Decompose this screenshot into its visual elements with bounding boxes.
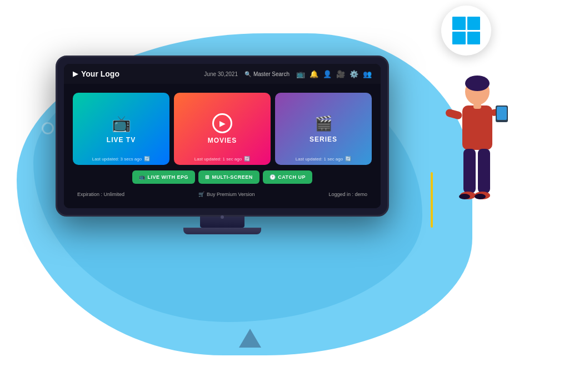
svg-point-1: [465, 76, 490, 91]
svg-rect-13: [473, 103, 481, 109]
windows-icon-q2: [467, 17, 481, 30]
svg-rect-6: [497, 107, 507, 120]
card-live-tv[interactable]: 📺 LIVE TV Last updated: 3 secs ago 🔄: [73, 93, 169, 165]
svg-rect-3: [445, 108, 463, 120]
windows-icon-q1: [452, 17, 466, 30]
header-date: June 30,2021: [204, 71, 238, 77]
monitor-stand: [200, 217, 244, 228]
multi-screen-label: MULTI-SCREEN: [212, 174, 252, 180]
windows-badge: [441, 6, 491, 56]
header-icons: 📺 🔔 👤 🎥 ⚙️ 👥: [296, 70, 372, 78]
triangle-decoration-1: [239, 329, 261, 348]
settings-icon[interactable]: ⚙️: [350, 70, 358, 78]
catch-up-button[interactable]: 🕐 CATCH UP: [263, 170, 312, 184]
multi-screen-icon: ⊞: [205, 174, 210, 180]
movies-footer: Last updated: 1 sec ago 🔄: [174, 156, 271, 162]
svg-rect-2: [462, 105, 492, 150]
live-tv-icon: 📺: [112, 114, 131, 133]
account-icon[interactable]: 👥: [363, 70, 372, 78]
search-icon: 🔍: [244, 71, 251, 77]
movies-play-circle: ▶: [212, 113, 232, 133]
svg-point-11: [459, 194, 470, 199]
video-icon[interactable]: 🎥: [336, 70, 345, 78]
yellow-accent-line: [431, 172, 433, 228]
user-icon[interactable]: 👤: [323, 70, 332, 78]
movies-updated-text: Last updated: 1 sec ago: [194, 157, 242, 162]
monitor: ▶ Your Logo June 30,2021 🔍 Master Search…: [56, 56, 389, 217]
catch-up-label: CATCH UP: [278, 174, 306, 180]
movies-label: MOVIES: [208, 137, 237, 144]
status-bar: Expiration : Unlimited 🛒 Buy Premium Ver…: [73, 189, 372, 199]
buy-premium[interactable]: 🛒 Buy Premium Version: [198, 192, 255, 197]
series-updated-text: Last updated: 1 sec ago: [296, 157, 343, 162]
epg-label: LIVE WITH EPG: [147, 174, 188, 180]
multi-screen-button[interactable]: ⊞ MULTI-SCREEN: [198, 170, 259, 184]
catch-up-icon: 🕐: [269, 174, 276, 180]
live-tv-refresh-icon[interactable]: 🔄: [144, 156, 150, 162]
monitor-screen: ▶ Your Logo June 30,2021 🔍 Master Search…: [64, 64, 381, 208]
cards-row: 📺 LIVE TV Last updated: 3 secs ago 🔄 ▶ M…: [73, 93, 372, 165]
live-with-epg-button[interactable]: 📺 LIVE WITH EPG: [132, 170, 195, 184]
monitor-stand-dot: [221, 215, 224, 219]
expiration-text: Expiration : Unlimited: [77, 192, 124, 197]
epg-icon: 📺: [139, 174, 146, 180]
person-illustration: [436, 72, 508, 283]
logged-in-text: Logged in : demo: [328, 192, 367, 197]
windows-icon: [452, 17, 480, 44]
header-search[interactable]: 🔍 Master Search: [244, 71, 290, 77]
svg-rect-8: [478, 149, 490, 193]
search-label: Master Search: [253, 71, 290, 77]
windows-icon-q4: [467, 32, 481, 45]
series-icon: 🎬: [315, 115, 332, 132]
bell-icon[interactable]: 🔔: [310, 70, 318, 78]
circle-decoration-2: [42, 122, 54, 134]
live-tv-updated-text: Last updated: 3 secs ago: [92, 157, 142, 162]
live-tv-footer: Last updated: 3 secs ago 🔄: [73, 156, 169, 162]
series-footer: Last updated: 1 sec ago 🔄: [275, 156, 372, 162]
monitor-base: [183, 228, 261, 234]
logo-text: Your Logo: [81, 69, 119, 78]
monitor-wrapper: ▶ Your Logo June 30,2021 🔍 Master Search…: [56, 56, 389, 234]
logo: ▶ Your Logo: [73, 69, 197, 78]
svg-point-12: [475, 194, 486, 199]
card-movies[interactable]: ▶ MOVIES Last updated: 1 sec ago 🔄: [174, 93, 271, 165]
action-buttons-row: 📺 LIVE WITH EPG ⊞ MULTI-SCREEN 🕐 CATCH U…: [73, 170, 372, 184]
logo-play-icon: ▶: [73, 70, 78, 78]
movies-refresh-icon[interactable]: 🔄: [244, 156, 250, 162]
svg-rect-7: [463, 149, 476, 193]
buy-premium-label: Buy Premium Version: [207, 192, 255, 197]
series-label: SERIES: [310, 135, 337, 143]
tv-icon[interactable]: 📺: [296, 70, 305, 78]
main-content: 📺 LIVE TV Last updated: 3 secs ago 🔄 ▶ M…: [64, 84, 381, 208]
person-svg: [436, 72, 508, 278]
live-tv-label: LIVE TV: [107, 136, 136, 144]
series-refresh-icon[interactable]: 🔄: [345, 156, 351, 162]
card-series[interactable]: 🎬 SERIES Last updated: 1 sec ago 🔄: [275, 93, 372, 165]
cart-icon: 🛒: [198, 192, 204, 197]
windows-icon-q3: [452, 32, 466, 45]
app-header: ▶ Your Logo June 30,2021 🔍 Master Search…: [64, 64, 381, 84]
